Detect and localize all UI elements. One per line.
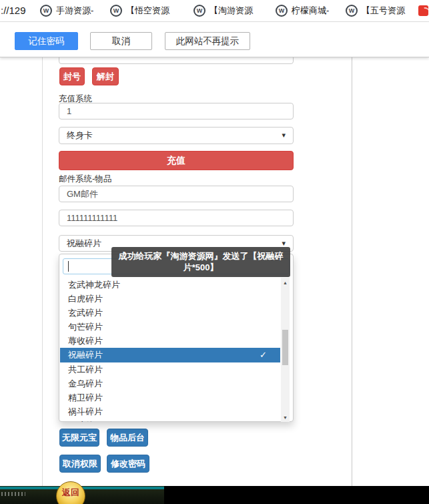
dropdown-option[interactable]: 句芒碎片 bbox=[60, 320, 280, 334]
bookmark-label: 【淘游资源 bbox=[209, 5, 253, 17]
card-type-select[interactable]: 终身卡 ▾ bbox=[59, 127, 294, 144]
scrollbar-thumb[interactable] bbox=[282, 330, 288, 365]
change-password-button[interactable]: 修改密码 bbox=[107, 455, 149, 473]
item-backend-button[interactable]: 物品后台 bbox=[107, 429, 148, 447]
dropdown-option[interactable]: 蓐收碎片 bbox=[60, 334, 280, 348]
send-success-tooltip: 成功给玩家『淘游资源网』发送了【祝融碎片*500】 bbox=[111, 247, 290, 277]
check-icon: ✓ bbox=[260, 348, 267, 362]
item-selected-value: 祝融碎片 bbox=[67, 238, 101, 250]
text-cursor bbox=[68, 261, 69, 272]
bookmark-label: 手游资源- bbox=[56, 5, 93, 17]
wordpress-icon: W bbox=[193, 5, 205, 17]
content-left-border bbox=[42, 57, 43, 486]
remember-password-button[interactable]: 记住密码 bbox=[15, 32, 78, 50]
wordpress-icon: W bbox=[346, 5, 358, 17]
bookmark-item[interactable]: W 【淘游资源 bbox=[193, 5, 253, 17]
bookmark-item[interactable]: W 柠檬商城- bbox=[276, 5, 329, 17]
item-dropdown-panel: 玄武神龙碎片 白虎碎片 玄武碎片 句芒碎片 蓐收碎片 祝融碎片 ✓ 共工碎片 金… bbox=[59, 254, 294, 422]
scroll-up-icon[interactable]: ▲ bbox=[281, 278, 290, 287]
ban-account-button[interactable]: 封号 bbox=[59, 67, 85, 85]
dropdown-option-selected[interactable]: 祝融碎片 ✓ bbox=[60, 348, 280, 362]
bookmark-item[interactable]: W 【五号资源 bbox=[346, 5, 405, 17]
dropdown-scrollbar[interactable]: ▲ ▼ bbox=[281, 278, 290, 422]
dropdown-option[interactable]: 阴碎片 bbox=[60, 419, 280, 422]
chevron-down-icon: ▾ bbox=[282, 239, 286, 248]
mail-title-input[interactable]: GM邮件 bbox=[59, 186, 294, 202]
dropdown-option[interactable]: 祸斗碎片 bbox=[60, 405, 280, 419]
dropdown-option[interactable]: 玄武碎片 bbox=[60, 306, 280, 320]
bookmark-url-fragment[interactable]: ://129 bbox=[1, 5, 26, 16]
cancel-permission-button[interactable]: 取消权限 bbox=[59, 455, 101, 473]
red-favicon-icon[interactable] bbox=[418, 5, 428, 16]
bookmark-label: 【五号资源 bbox=[362, 5, 405, 17]
dropdown-option-list: 玄武神龙碎片 白虎碎片 玄武碎片 句芒碎片 蓐收碎片 祝融碎片 ✓ 共工碎片 金… bbox=[60, 278, 280, 422]
game-back-button[interactable]: 返回 bbox=[56, 481, 85, 504]
bookmark-label: 柠檬商城- bbox=[292, 5, 329, 17]
screen: ://129 W 手游资源- W 【悟空资源 W 【淘游资源 W 柠檬商城- W… bbox=[0, 0, 429, 504]
scroll-down-icon[interactable]: ▼ bbox=[281, 413, 290, 422]
chevron-down-icon: ▾ bbox=[282, 131, 286, 140]
cancel-button[interactable]: 取消 bbox=[90, 32, 152, 50]
bookmarks-bar: ://129 W 手游资源- W 【悟空资源 W 【淘游资源 W 柠檬商城- W… bbox=[0, 0, 429, 22]
dropdown-option[interactable]: 金乌碎片 bbox=[60, 376, 280, 391]
bookmark-item[interactable]: W 【悟空资源 bbox=[110, 5, 169, 17]
never-prompt-button[interactable]: 此网站不再提示 bbox=[165, 32, 250, 50]
wordpress-icon: W bbox=[110, 5, 122, 17]
unban-account-button[interactable]: 解封 bbox=[92, 67, 119, 85]
wordpress-icon: W bbox=[40, 5, 52, 17]
dropdown-option[interactable]: 玄武神龙碎片 bbox=[60, 278, 280, 292]
illegible-game-text bbox=[1, 492, 25, 496]
dropdown-option[interactable]: 白虎碎片 bbox=[60, 292, 280, 306]
bookmark-label: 【悟空资源 bbox=[126, 5, 169, 17]
dropdown-option[interactable]: 共工碎片 bbox=[60, 362, 280, 376]
content-right-border bbox=[352, 57, 352, 486]
card-type-selected-value: 终身卡 bbox=[67, 130, 93, 142]
unlimited-yuanbao-button[interactable]: 无限元宝 bbox=[59, 429, 99, 447]
mail-target-input[interactable]: 111111111111 bbox=[59, 210, 294, 226]
wordpress-icon: W bbox=[276, 5, 288, 17]
bookmark-item[interactable]: W 手游资源- bbox=[40, 5, 93, 17]
mail-system-label: 邮件系统-物品 bbox=[59, 174, 111, 185]
recharge-button[interactable]: 充值 bbox=[59, 151, 294, 170]
dropdown-option[interactable]: 精卫碎片 bbox=[60, 391, 280, 405]
recharge-amount-input[interactable]: 1 bbox=[59, 103, 294, 119]
